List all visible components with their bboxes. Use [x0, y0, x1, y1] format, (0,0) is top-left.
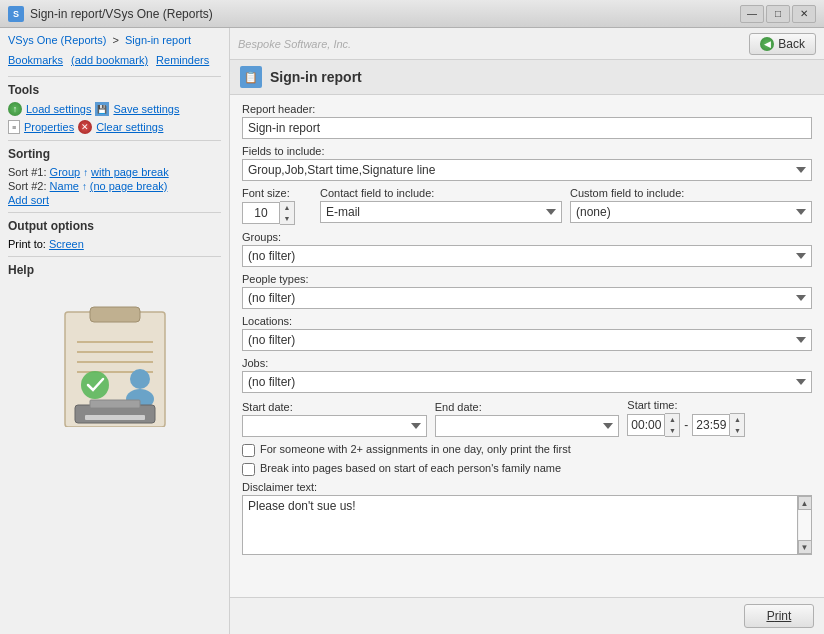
properties-link[interactable]: Properties — [24, 121, 74, 133]
contact-label: Contact field to include: — [320, 187, 562, 199]
disclaimer-wrap: Please don't sue us! ▲ ▼ — [242, 495, 812, 555]
start-date-select[interactable] — [242, 415, 427, 437]
add-sort-row: Add sort — [8, 194, 221, 206]
title-bar-text: Sign-in report/VSys One (Reports) — [30, 7, 740, 21]
app-icon: S — [8, 6, 24, 22]
print-button[interactable]: Print — [744, 604, 814, 628]
content-topbar: Bespoke Software, Inc. ◀ Back — [230, 28, 824, 60]
custom-col: Custom field to include: (none) — [570, 187, 812, 225]
minimize-button[interactable]: — — [740, 5, 764, 23]
time-to-up[interactable]: ▲ — [730, 414, 744, 425]
time-from-input[interactable] — [627, 414, 665, 436]
back-button[interactable]: ◀ Back — [749, 33, 816, 55]
load-icon: ↑ — [8, 102, 22, 116]
tools-row1: ↑ Load settings 💾 Save settings — [8, 102, 221, 116]
locations-label: Locations: — [242, 315, 812, 327]
start-time-label: Start time: — [627, 399, 812, 411]
clear-icon: ✕ — [78, 120, 92, 134]
custom-select[interactable]: (none) — [570, 201, 812, 223]
sort2-label: Sort #2: — [8, 180, 47, 192]
reminders-link[interactable]: Reminders — [156, 54, 209, 66]
print-to-value[interactable]: Screen — [49, 238, 84, 250]
checkbox1[interactable] — [242, 444, 255, 457]
scroll-down-arrow[interactable]: ▼ — [798, 540, 812, 554]
bottom-bar: Print — [230, 597, 824, 634]
fontsize-label: Font size: — [242, 187, 312, 199]
start-date-label: Start date: — [242, 401, 427, 413]
sort1-label: Sort #1: — [8, 166, 47, 178]
fontsize-col: Font size: ▲ ▼ — [242, 187, 312, 225]
back-icon: ◀ — [760, 37, 774, 51]
time-separator: - — [684, 418, 688, 432]
illustration — [8, 297, 221, 427]
time-from-down[interactable]: ▼ — [665, 425, 679, 436]
save-settings-link[interactable]: Save settings — [113, 103, 179, 115]
divider3 — [8, 212, 221, 213]
svg-rect-1 — [90, 307, 140, 322]
spinner-btns: ▲ ▼ — [280, 201, 295, 225]
maximize-button[interactable]: □ — [766, 5, 790, 23]
add-bookmark-link[interactable]: (add bookmark) — [71, 54, 148, 66]
sort2-modifier[interactable]: (no page break) — [90, 180, 168, 192]
disclaimer-textarea[interactable]: Please don't sue us! — [243, 496, 797, 554]
disclaimer-row: Disclaimer text: Please don't sue us! ▲ … — [242, 481, 812, 555]
time-to-input[interactable] — [692, 414, 730, 436]
fontsize-input[interactable] — [242, 202, 280, 224]
brand-text: Bespoke Software, Inc. — [238, 38, 351, 50]
time-from-spinner: ▲ ▼ — [627, 413, 680, 437]
checkbox2[interactable] — [242, 463, 255, 476]
end-date-select[interactable] — [435, 415, 620, 437]
start-date-col: Start date: — [242, 401, 427, 437]
save-icon: 💾 — [95, 102, 109, 116]
report-header-input[interactable] — [242, 117, 812, 139]
scroll-up-arrow[interactable]: ▲ — [798, 496, 812, 510]
fields-row: Fields to include: Group,Job,Start time,… — [242, 145, 812, 181]
add-sort-link[interactable]: Add sort — [8, 194, 49, 206]
contact-select[interactable]: E-mail Phone Address (none) — [320, 201, 562, 223]
jobs-select[interactable]: (no filter) — [242, 371, 812, 393]
sort2-row: Sort #2: Name ↑ (no page break) — [8, 180, 221, 192]
divider4 — [8, 256, 221, 257]
back-label: Back — [778, 37, 805, 51]
nav-links: Bookmarks (add bookmark) Reminders — [8, 54, 221, 66]
three-col-row: Font size: ▲ ▼ Contact field to include: — [242, 187, 812, 225]
spinner-up[interactable]: ▲ — [280, 202, 294, 213]
output-row: Print to: Screen — [8, 238, 221, 250]
time-to-btns: ▲ ▼ — [730, 413, 745, 437]
load-settings-link[interactable]: Load settings — [26, 103, 91, 115]
sidebar: VSys One (Reports) > Sign-in report Book… — [0, 28, 230, 634]
clear-settings-link[interactable]: Clear settings — [96, 121, 163, 133]
people-types-select[interactable]: (no filter) — [242, 287, 812, 309]
fields-select[interactable]: Group,Job,Start time,Signature line — [242, 159, 812, 181]
time-to-down[interactable]: ▼ — [730, 425, 744, 436]
sort2-link[interactable]: Name — [50, 180, 79, 192]
jobs-label: Jobs: — [242, 357, 812, 369]
sort2-arrow: ↑ — [82, 181, 90, 192]
report-header-label: Report header: — [242, 103, 812, 115]
help-header: Help — [8, 263, 221, 277]
sorting-header: Sorting — [8, 147, 221, 161]
spinner-down[interactable]: ▼ — [280, 213, 294, 224]
groups-select[interactable]: (no filter) — [242, 245, 812, 267]
checkbox1-label: For someone with 2+ assignments in one d… — [260, 443, 571, 455]
bookmarks-link[interactable]: Bookmarks — [8, 54, 63, 66]
report-icon: 📋 — [240, 66, 262, 88]
people-types-label: People types: — [242, 273, 812, 285]
breadcrumb-signin[interactable]: Sign-in report — [125, 34, 191, 46]
time-from-btns: ▲ ▼ — [665, 413, 680, 437]
form-body: Report header: Fields to include: Group,… — [230, 95, 824, 569]
breadcrumb-vsys[interactable]: VSys One (Reports) — [8, 34, 106, 46]
sort1-link[interactable]: Group — [50, 166, 81, 178]
date-time-row: Start date: End date: Start time: — [242, 399, 812, 437]
custom-label: Custom field to include: — [570, 187, 812, 199]
close-button[interactable]: ✕ — [792, 5, 816, 23]
groups-row: Groups: (no filter) — [242, 231, 812, 267]
time-from-up[interactable]: ▲ — [665, 414, 679, 425]
sort1-modifier[interactable]: with page break — [91, 166, 169, 178]
print-to-label: Print to: — [8, 238, 46, 250]
disclaimer-label: Disclaimer text: — [242, 481, 812, 493]
report-header-row: Report header: — [242, 103, 812, 139]
svg-point-7 — [130, 369, 150, 389]
locations-select[interactable]: (no filter) — [242, 329, 812, 351]
content-area: Bespoke Software, Inc. ◀ Back 📋 Sign-in … — [230, 28, 824, 634]
